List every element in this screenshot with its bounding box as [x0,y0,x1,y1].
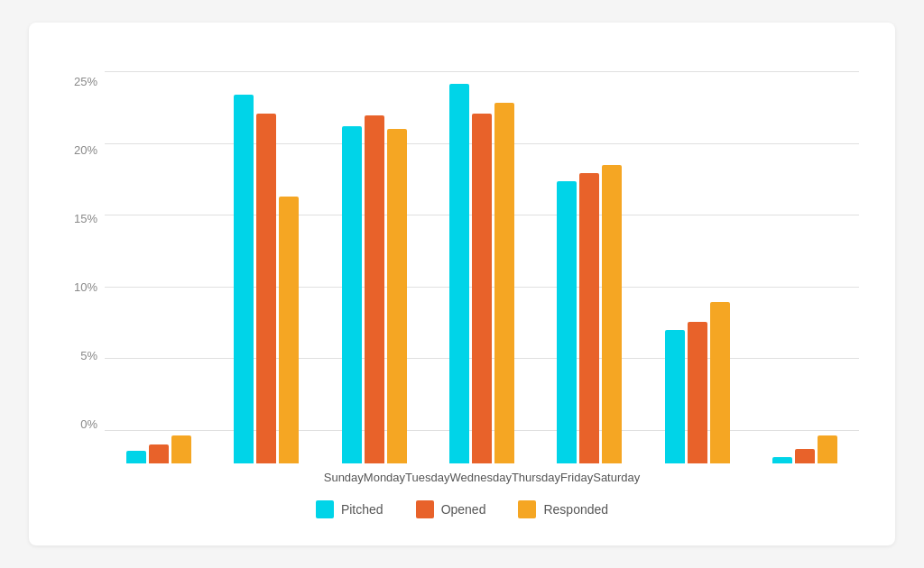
chart-area: 0%5%10%15%20%25% [65,71,859,463]
x-axis-label: Monday [364,463,405,484]
legend-swatch-opened [416,500,434,518]
bar-opened [256,114,276,463]
legend-swatch-pitched [316,500,334,518]
chart-inner [105,71,859,463]
x-labels: SundayMondayTuesdayWednesdayThursdayFrid… [324,463,641,484]
y-axis-label: 20% [65,143,105,157]
bar-responded [279,197,299,463]
legend: PitchedOpenedResponded [316,500,608,518]
legend-item-pitched: Pitched [316,500,383,518]
bar-pitched [342,126,362,463]
legend-label-opened: Opened [441,502,486,517]
bar-responded [171,435,191,463]
bar-opened [365,115,384,463]
x-axis-label: Saturday [593,463,640,484]
day-group [105,71,212,463]
chart-container: 0%5%10%15%20%25% SundayMondayTuesdayWedn… [29,23,895,545]
x-axis-label: Thursday [512,463,560,484]
bar-responded [710,302,730,463]
day-group [752,71,859,463]
x-axis-label: Friday [560,463,593,484]
legend-swatch-responded [518,500,536,518]
bar-opened [149,444,169,463]
bars-row [105,71,859,463]
bar-pitched [449,84,469,463]
x-axis-label: Sunday [324,463,364,484]
day-group [212,71,319,463]
day-group [428,71,535,463]
x-axis-label: Tuesday [405,463,449,484]
y-axis-label: 0% [65,417,105,431]
bar-opened [795,449,815,463]
y-axis-label: 10% [65,280,105,294]
bar-opened [579,173,599,463]
bar-responded [602,165,622,463]
legend-label-responded: Responded [543,502,608,517]
x-axis: SundayMondayTuesdayWednesdayThursdayFrid… [284,463,641,484]
bar-pitched [126,451,146,463]
bar-pitched [665,330,685,463]
y-axis-label: 25% [65,75,105,88]
y-axis: 0%5%10%15%20%25% [65,71,105,463]
legend-item-opened: Opened [416,500,486,518]
day-group [536,71,643,463]
y-axis-label: 15% [65,212,105,225]
x-axis-label: Wednesday [449,463,511,484]
bar-pitched [234,95,254,463]
bar-responded [494,103,514,463]
y-axis-label: 5% [65,349,105,362]
bar-opened [472,114,492,463]
legend-item-responded: Responded [518,500,608,518]
day-group [320,71,428,463]
bar-pitched [772,457,792,463]
bar-opened [688,322,707,463]
day-group [643,71,751,463]
bar-pitched [557,181,577,463]
bar-responded [387,129,407,463]
legend-label-pitched: Pitched [341,502,383,517]
bar-responded [818,435,837,463]
